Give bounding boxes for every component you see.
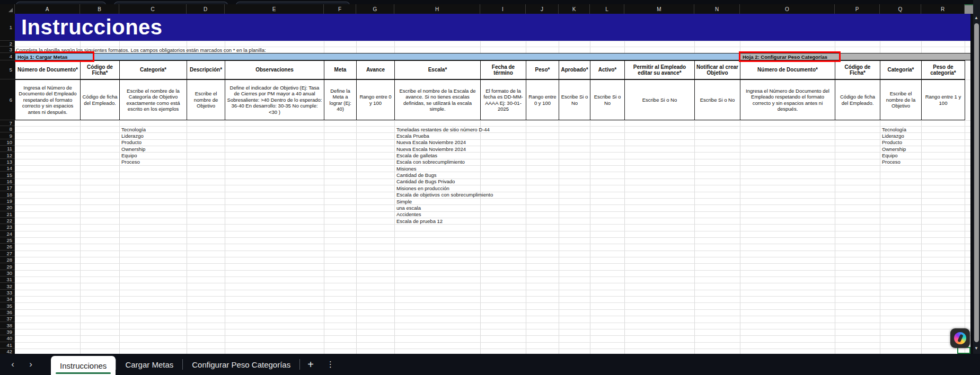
row-header-16[interactable]: 16 <box>0 178 15 185</box>
field-desc-cell-B[interactable]: Código de ficha del Empleado. <box>80 79 120 120</box>
row-header-33[interactable]: 33 <box>0 290 15 296</box>
tab-instrucciones[interactable]: Instrucciones <box>51 356 116 375</box>
field-header-cell-O[interactable]: Número de Documento* <box>740 60 835 79</box>
field-header-cell-G[interactable]: Avance <box>356 60 395 79</box>
field-desc-cell-C[interactable]: Escribe el nombre de la Categoría de Obj… <box>119 79 187 120</box>
row-header-2[interactable]: 2 <box>0 41 15 47</box>
row-header-26[interactable]: 26 <box>0 244 15 250</box>
row-header-7[interactable]: 7 <box>0 120 15 126</box>
tab-configurar-peso-categorias[interactable]: Configurar Peso Categorías <box>183 355 299 374</box>
sheet-list-menu-button[interactable]: ⋮ <box>321 360 340 369</box>
field-header-cell-E[interactable]: Observaciones <box>225 60 324 79</box>
add-sheet-button[interactable]: + <box>300 359 321 371</box>
field-desc-cell-Q[interactable]: Escribe el nombre de la Objetivo <box>880 79 922 120</box>
vertical-scrollbar[interactable]: ▲ ▼ <box>973 0 980 354</box>
example-cell-C10[interactable]: Producto <box>119 139 142 146</box>
field-desc-cell-D[interactable]: Escribe el nombre de Objetivo <box>187 79 225 120</box>
column-header-F[interactable]: F <box>324 4 356 14</box>
column-header-C[interactable]: C <box>119 4 187 14</box>
scroll-down-icon[interactable]: ▼ <box>974 346 978 351</box>
field-header-cell-J[interactable]: Peso* <box>526 60 559 79</box>
example-cell-Q13[interactable]: Proceso <box>880 159 900 165</box>
row-header-39[interactable]: 39 <box>0 329 15 335</box>
select-all-corner[interactable] <box>0 4 15 14</box>
example-cell-C8[interactable]: Tecnología <box>119 126 146 132</box>
hoja1-section-band[interactable]: Hoja 1: Cargar Metas <box>15 53 740 60</box>
row-header-9[interactable]: 9 <box>0 132 15 139</box>
row-header-28[interactable]: 28 <box>0 257 15 263</box>
field-desc-cell-F[interactable]: Define la Meta a lograr (Ej: 40) <box>324 79 357 120</box>
field-header-cell-M[interactable]: Permitir al Empleado editar su avance* <box>624 60 695 79</box>
example-cell-H9[interactable]: Escala Prueba <box>394 132 429 139</box>
copilot-button[interactable] <box>950 328 970 348</box>
column-header-H[interactable]: H <box>394 4 480 14</box>
example-cell-H10[interactable]: Nueva Escala Noviembre 2024 <box>394 139 466 146</box>
row-header-11[interactable]: 11 <box>0 146 15 152</box>
row-header-5[interactable]: 5 <box>0 60 15 79</box>
example-cell-Q11[interactable]: Ownership <box>880 146 906 152</box>
example-cell-H19[interactable]: Simple <box>394 198 412 204</box>
example-cell-H16[interactable]: Cantidad de Bugs Privado <box>394 178 455 185</box>
row-header-35[interactable]: 35 <box>0 302 15 309</box>
row-header-32[interactable]: 32 <box>0 283 15 289</box>
field-desc-cell-K[interactable]: Escribe Si o No <box>559 79 590 120</box>
field-desc-cell-O[interactable]: Ingresa el Número de Documento del Emple… <box>740 79 835 120</box>
example-cell-H20[interactable]: una escala <box>394 204 421 211</box>
tab-cargar-metas[interactable]: Cargar Metas <box>116 355 182 374</box>
scroll-up-icon[interactable]: ▲ <box>974 16 978 20</box>
example-cell-H12[interactable]: Escala de galletas <box>394 152 437 158</box>
row-header-25[interactable]: 25 <box>0 237 15 244</box>
example-cell-C11[interactable]: Ownership <box>119 146 145 152</box>
column-header-R[interactable]: R <box>921 4 965 14</box>
example-cell-H8[interactable]: Toneladas restantes de sitio número D-44 <box>394 126 490 132</box>
row-header-29[interactable]: 29 <box>0 263 15 270</box>
row-header-38[interactable]: 38 <box>0 323 15 329</box>
field-header-cell-C[interactable]: Categoría* <box>119 60 187 79</box>
field-header-cell-R[interactable]: Peso de categoría* <box>921 60 965 79</box>
row-header-13[interactable]: 13 <box>0 159 15 165</box>
column-header-B[interactable]: B <box>80 4 119 14</box>
column-header-O[interactable]: O <box>740 4 835 14</box>
row-header-15[interactable]: 15 <box>0 172 15 178</box>
field-header-cell-P[interactable]: Código de Ficha* <box>835 60 880 79</box>
example-cell-H14[interactable]: Misiones <box>394 165 417 172</box>
column-header-Q[interactable]: Q <box>880 4 921 14</box>
row-header-36[interactable]: 36 <box>0 309 15 316</box>
column-header-G[interactable]: G <box>356 4 394 14</box>
row-header-34[interactable]: 34 <box>0 296 15 302</box>
field-desc-cell-I[interactable]: El formato de la fecha es DD-MM-AAAA Ej:… <box>480 79 526 120</box>
field-header-cell-B[interactable]: Código de Ficha* <box>80 60 120 79</box>
vertical-scrollbar-thumb[interactable] <box>974 23 979 342</box>
row-header-41[interactable]: 41 <box>0 342 15 349</box>
row-header-10[interactable]: 10 <box>0 139 15 146</box>
field-header-cell-D[interactable]: Descripción* <box>187 60 225 79</box>
sheet-nav-prev-icon[interactable]: ‹ <box>6 359 19 370</box>
column-header-N[interactable]: N <box>694 4 740 14</box>
field-desc-cell-R[interactable]: Rango entre 1 y 100 <box>921 79 965 120</box>
row-header-23[interactable]: 23 <box>0 224 15 230</box>
example-cell-C13[interactable]: Proceso <box>119 159 140 165</box>
field-header-cell-F[interactable]: Meta <box>324 60 357 79</box>
example-cell-C12[interactable]: Equipo <box>119 152 137 158</box>
row-header-3[interactable]: 3 <box>0 47 15 53</box>
column-header-K[interactable]: K <box>559 4 590 14</box>
example-cell-H21[interactable]: Accidentes <box>394 211 421 218</box>
row-header-8[interactable]: 8 <box>0 126 15 132</box>
example-cell-H15[interactable]: Cantidad de Bugs <box>394 172 437 178</box>
field-header-cell-Q[interactable]: Categoría* <box>880 60 922 79</box>
field-desc-cell-H[interactable]: Escribe el nombre de la Escala de avance… <box>394 79 481 120</box>
field-header-cell-H[interactable]: Escala* <box>394 60 481 79</box>
row-header-24[interactable]: 24 <box>0 231 15 237</box>
field-header-cell-K[interactable]: Aprobado* <box>559 60 590 79</box>
row-header-22[interactable]: 22 <box>0 218 15 224</box>
row-header-37[interactable]: 37 <box>0 316 15 322</box>
field-header-cell-N[interactable]: Notificar al crear Objetivo <box>694 60 740 79</box>
example-cell-C9[interactable]: Liderazgo <box>119 132 144 139</box>
row-header-21[interactable]: 21 <box>0 211 15 218</box>
example-cell-H17[interactable]: Misiones en producción <box>394 185 449 191</box>
field-desc-cell-G[interactable]: Rango entre 0 y 100 <box>356 79 395 120</box>
example-cell-H11[interactable]: Nueva Escala Noviembre 2024 <box>394 146 466 152</box>
row-header-40[interactable]: 40 <box>0 335 15 342</box>
row-header-1[interactable]: 1 <box>0 14 15 41</box>
field-desc-cell-J[interactable]: Rango entre 0 y 100 <box>526 79 559 120</box>
